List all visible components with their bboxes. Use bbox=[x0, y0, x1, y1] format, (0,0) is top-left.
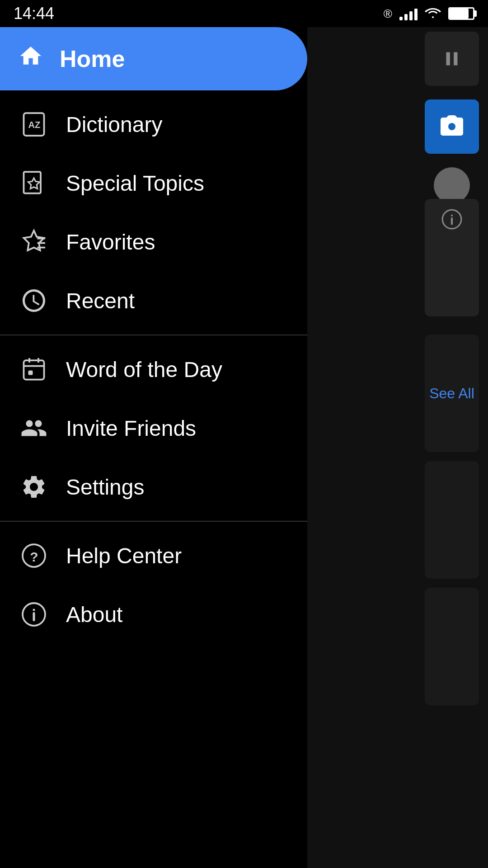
battery-icon bbox=[448, 7, 474, 20]
sidebar-item-invite-friends[interactable]: Invite Friends bbox=[0, 399, 307, 458]
main-container: Home AZ Dictionary Special Topics bbox=[0, 27, 488, 868]
sidebar-item-about-label: About bbox=[66, 602, 122, 627]
rp-block-1 bbox=[425, 461, 479, 579]
sidebar-item-word-of-the-day-label: Word of the Day bbox=[66, 357, 222, 382]
status-time: 14:44 bbox=[14, 4, 54, 23]
status-bar: 14:44 ® bbox=[0, 0, 488, 27]
rp-play-button bbox=[425, 32, 479, 86]
sidebar-item-recent[interactable]: Recent bbox=[0, 271, 307, 330]
sidebar-item-home[interactable]: Home bbox=[0, 27, 307, 90]
invite-icon bbox=[18, 415, 50, 442]
sidebar-item-dictionary[interactable]: AZ Dictionary bbox=[0, 95, 307, 154]
divider-2 bbox=[0, 521, 307, 522]
home-icon bbox=[18, 43, 43, 74]
sidebar-item-word-of-the-day[interactable]: Word of the Day bbox=[0, 340, 307, 399]
sidebar-item-settings-label: Settings bbox=[66, 475, 144, 500]
favorites-icon bbox=[18, 228, 50, 255]
sidebar-item-favorites[interactable]: Favorites bbox=[0, 212, 307, 271]
rp-info-area bbox=[425, 199, 479, 316]
sidebar-item-about[interactable]: About bbox=[0, 585, 307, 644]
sidebar-item-invite-friends-label: Invite Friends bbox=[66, 416, 196, 441]
rp-see-all[interactable]: See All bbox=[425, 335, 479, 452]
sidebar-item-dictionary-label: Dictionary bbox=[66, 112, 162, 137]
svg-point-15 bbox=[33, 609, 35, 611]
help-icon: ? bbox=[18, 542, 50, 569]
calendar-icon bbox=[18, 356, 50, 383]
sidebar-item-recent-label: Recent bbox=[66, 288, 135, 313]
sidebar-item-settings[interactable]: Settings bbox=[0, 458, 307, 516]
dictionary-icon: AZ bbox=[18, 111, 50, 138]
status-icons: ® bbox=[384, 5, 474, 22]
settings-icon bbox=[18, 473, 50, 500]
sidebar-item-special-topics[interactable]: Special Topics bbox=[0, 154, 307, 212]
special-topics-icon bbox=[18, 170, 50, 197]
sidebar: Home AZ Dictionary Special Topics bbox=[0, 27, 307, 868]
rp-see-all-label: See All bbox=[429, 385, 474, 402]
wifi-icon bbox=[425, 5, 441, 22]
sidebar-item-help-center[interactable]: ? Help Center bbox=[0, 526, 307, 585]
sidebar-item-special-topics-label: Special Topics bbox=[66, 171, 204, 196]
svg-text:?: ? bbox=[30, 549, 38, 564]
rp-camera-button bbox=[425, 99, 479, 154]
rp-block-2 bbox=[425, 588, 479, 705]
divider-1 bbox=[0, 335, 307, 335]
svg-rect-6 bbox=[24, 360, 44, 380]
sidebar-item-favorites-label: Favorites bbox=[66, 230, 155, 255]
home-label: Home bbox=[60, 45, 125, 72]
right-panel: See All bbox=[307, 27, 488, 868]
recent-icon bbox=[18, 287, 50, 314]
svg-rect-10 bbox=[28, 371, 33, 375]
svg-point-18 bbox=[451, 215, 453, 217]
signal-icon bbox=[399, 7, 418, 20]
sidebar-item-help-center-label: Help Center bbox=[66, 543, 182, 568]
svg-text:AZ: AZ bbox=[28, 120, 41, 130]
info-icon bbox=[18, 601, 50, 628]
registered-icon: ® bbox=[384, 7, 392, 21]
